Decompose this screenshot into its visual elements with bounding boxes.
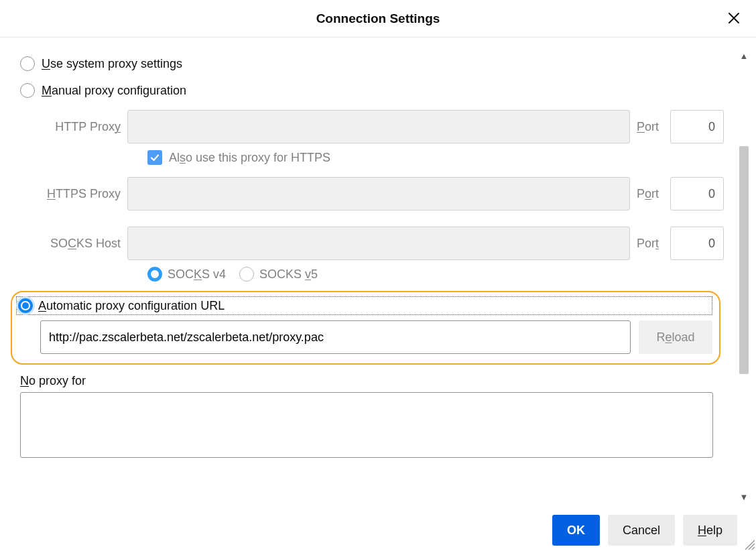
radio-icon [239, 267, 254, 282]
manual-proxy-option[interactable]: Manual proxy configuration [20, 83, 727, 98]
scroll-thumb[interactable] [739, 146, 749, 374]
https-proxy-input[interactable] [127, 177, 630, 210]
http-port-input[interactable] [670, 110, 724, 143]
socks-v4-option[interactable]: SOCKS v4 [147, 267, 226, 282]
socks-host-row: SOCKS Host Port [47, 227, 727, 260]
cancel-button[interactable]: Cancel [608, 515, 675, 546]
auto-proxy-label: Automatic proxy configuration URL [38, 299, 225, 313]
https-proxy-row: HTTPS Proxy Port [47, 177, 727, 210]
radio-icon [20, 83, 35, 98]
https-port-input[interactable] [670, 177, 724, 210]
reload-button[interactable]: Reload [639, 320, 712, 354]
auto-proxy-option[interactable]: Automatic proxy configuration URL [16, 296, 712, 315]
checkbox-icon [147, 150, 162, 165]
also-https-row[interactable]: Also use this proxy for HTTPS [47, 150, 727, 165]
no-proxy-textarea[interactable] [20, 392, 713, 458]
manual-proxy-label: Manual proxy configuration [42, 84, 186, 98]
pac-url-input[interactable] [40, 320, 631, 354]
no-proxy-label: No proxy for [20, 374, 727, 388]
http-proxy-label: HTTP Proxy [47, 120, 121, 134]
socks-v4-label: SOCKS v4 [168, 267, 226, 282]
socks-host-label: SOCKS Host [47, 237, 121, 251]
dialog-title: Connection Settings [316, 11, 440, 26]
http-proxy-input[interactable] [127, 110, 630, 143]
close-icon [727, 11, 741, 25]
socks-v5-label: SOCKS v5 [259, 267, 318, 282]
manual-proxy-fields: HTTP Proxy Port Also use this proxy for … [20, 110, 727, 282]
socks-port-input[interactable] [670, 227, 724, 260]
https-proxy-label: HTTPS Proxy [47, 187, 121, 201]
close-button[interactable] [722, 7, 745, 29]
scroll-down-arrow-icon[interactable]: ▼ [737, 492, 751, 504]
radio-icon [147, 267, 162, 282]
http-proxy-row: HTTP Proxy Port [47, 110, 727, 143]
radio-icon [18, 298, 33, 313]
https-port-label: Port [637, 187, 664, 201]
scroll-up-arrow-icon[interactable]: ▲ [737, 51, 751, 63]
connection-settings-dialog: Connection Settings Use system proxy set… [0, 0, 756, 551]
socks-port-label: Port [637, 237, 664, 251]
content-area: Use system proxy settings Manual proxy c… [0, 38, 756, 509]
socks-host-input[interactable] [127, 227, 630, 260]
titlebar: Connection Settings [0, 0, 756, 38]
http-port-label: Port [637, 120, 664, 134]
also-https-label: Also use this proxy for HTTPS [169, 151, 330, 165]
radio-icon [20, 56, 35, 71]
dialog-footer: OK Cancel Help [0, 509, 756, 551]
reload-label: Reload [656, 330, 694, 345]
scroll-track[interactable] [739, 66, 749, 489]
socks-version-row: SOCKS v4 SOCKS v5 [47, 267, 727, 282]
use-system-proxy-option[interactable]: Use system proxy settings [20, 56, 727, 71]
resize-grip-icon[interactable] [743, 538, 755, 550]
help-button[interactable]: Help [683, 515, 737, 546]
auto-proxy-section: Automatic proxy configuration URL Reload [11, 291, 720, 365]
pac-url-row: Reload [16, 320, 712, 354]
socks-v5-option[interactable]: SOCKS v5 [239, 267, 318, 282]
scroll-pane: Use system proxy settings Manual proxy c… [0, 38, 727, 509]
ok-button[interactable]: OK [552, 515, 600, 546]
use-system-proxy-label: Use system proxy settings [42, 57, 182, 71]
vertical-scrollbar[interactable]: ▲ ▼ [737, 51, 751, 504]
